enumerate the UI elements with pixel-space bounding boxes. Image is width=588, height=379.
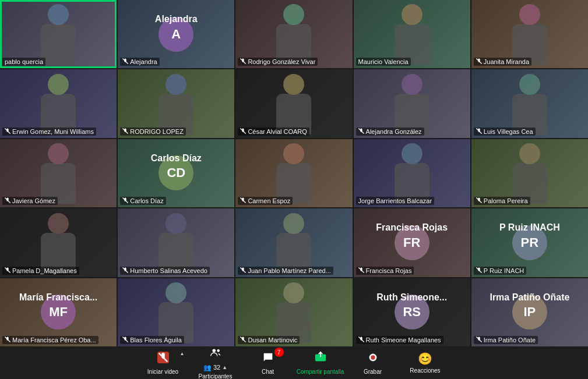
chat-button[interactable]: 7 Chat (242, 346, 294, 379)
participant-cell-22: Blas Flores Águila (118, 278, 234, 346)
participant-name-14: Jorge Barrientos Balcazar (358, 197, 432, 204)
name-tag-9: Alejandra González (356, 127, 424, 136)
participant-cell-8: César Alvial COARQ (235, 69, 352, 137)
name-tag-3: Rodrigo González Vivar (238, 58, 318, 66)
mute-icon-7 (122, 128, 128, 135)
participant-cell-23: Dusan Martinovic (235, 278, 352, 346)
participants-label: Participantes (199, 373, 233, 380)
participant-cell-16: Pamela D_Magallanes (0, 208, 117, 277)
name-tag-7: RODRIGO LOPEZ (120, 127, 186, 136)
mute-icon-9 (358, 128, 364, 135)
participant-name-10: Luis Villegas Cea (484, 128, 533, 135)
participant-cell-21: MFMaría Francisca...María Francisca Pére… (0, 278, 117, 346)
participant-cell-14: Jorge Barrientos Balcazar (354, 139, 470, 207)
participants-icon (209, 346, 222, 362)
chat-label: Chat (262, 369, 274, 375)
name-tag-1: pablo quercia (2, 58, 45, 66)
display-name-20: P Ruiz INACH (499, 223, 560, 233)
participant-cell-3: Rodrigo González Vivar (235, 0, 352, 68)
name-tag-20: P Ruiz INACH (474, 267, 526, 275)
name-tag-2: Alejandra (120, 58, 159, 66)
svg-point-24 (212, 349, 216, 352)
name-tag-12: Carlos Díaz (120, 197, 166, 205)
participant-cell-24: RSRuth Simeone...Ruth Simeone Magallanes (354, 278, 470, 346)
name-tag-24: Ruth Simeone Magallanes (356, 336, 443, 344)
mute-icon-3 (240, 58, 246, 65)
participant-name-16: Pamela D_Magallanes (12, 267, 77, 274)
mic-icon (157, 351, 170, 367)
name-tag-22: Blas Flores Águila (120, 336, 184, 344)
share-label: Compartir pantalla (297, 369, 344, 375)
mute-icon-13 (240, 197, 246, 204)
participant-name-15: Paloma Pereira (484, 197, 528, 204)
mute-icon-11 (5, 197, 10, 204)
mute-icon-5 (476, 58, 482, 65)
participant-name-4: Mauricio Valencia (358, 58, 409, 65)
name-tag-13: Carmen Espoz (238, 197, 293, 205)
participants-button[interactable]: 👥 32 ▲ Participantes (189, 346, 242, 379)
mic-label: Iniciar video (147, 369, 178, 375)
mute-icon-23 (240, 337, 246, 343)
share-screen-button[interactable]: Compartir pantalla (294, 346, 347, 379)
svg-point-28 (371, 355, 375, 359)
participant-cell-20: PRP Ruiz INACHP Ruiz INACH (471, 208, 588, 277)
participant-name-24: Ruth Simeone Magallanes (366, 337, 441, 343)
participant-cell-6: Erwin Gomez, Muni Williams (0, 69, 117, 137)
participant-name-7: RODRIGO LOPEZ (130, 128, 184, 135)
participant-cell-17: Humberto Salinas Acevedo (118, 208, 234, 277)
mute-icon-17 (122, 267, 128, 274)
participant-cell-5: Juanita Miranda (471, 0, 588, 68)
participant-name-25: Irma Patiño Oñate (484, 337, 536, 343)
mic-button[interactable]: Iniciar video ▲ (137, 346, 189, 379)
participant-name-19: Francisca Rojas (366, 267, 412, 274)
mute-icon-8 (240, 128, 246, 135)
name-tag-23: Dusan Martinovic (238, 336, 300, 344)
participant-cell-18: Juan Pablo Martínez Pared... (235, 208, 352, 277)
participant-cell-4: Mauricio Valencia (354, 0, 470, 68)
name-tag-10: Luis Villegas Cea (474, 127, 536, 136)
name-tag-6: Erwin Gomez, Muni Williams (2, 127, 96, 136)
mute-icon-25 (476, 337, 482, 343)
participant-name-3: Rodrigo González Vivar (248, 58, 315, 65)
mic-chevron[interactable]: ▲ (180, 351, 185, 356)
mute-icon-2 (122, 58, 128, 65)
participant-name-20: P Ruiz INACH (484, 267, 524, 274)
name-tag-19: Francisca Rojas (356, 267, 414, 275)
participant-name-18: Juan Pablo Martínez Pared... (248, 267, 330, 274)
participant-cell-10: Luis Villegas Cea (471, 69, 588, 137)
participant-name-2: Alejandra (130, 58, 157, 65)
participant-cell-13: Carmen Espoz (235, 139, 352, 207)
participants-count-icon: 👥 (203, 364, 212, 371)
participant-name-8: César Alvial COARQ (248, 128, 307, 135)
participant-cell-19: FRFrancisca RojasFrancisca Rojas (354, 208, 470, 277)
record-icon (367, 351, 379, 367)
name-tag-11: Javiera Gómez (2, 197, 58, 205)
participant-cell-25: IPIrma Patiño OñateIrma Patiño Oñate (471, 278, 588, 346)
participant-name-12: Carlos Díaz (130, 197, 163, 204)
participant-name-9: Alejandra González (366, 128, 422, 135)
participant-name-22: Blas Flores Águila (130, 337, 182, 343)
display-name-25: Irma Patiño Oñate (490, 292, 569, 303)
mute-icon-19 (358, 267, 364, 274)
participant-cell-11: Javiera Gómez (0, 139, 117, 207)
name-tag-14: Jorge Barrientos Balcazar (356, 197, 435, 205)
share-icon (314, 351, 327, 367)
name-tag-17: Humberto Salinas Acevedo (120, 267, 210, 275)
name-tag-4: Mauricio Valencia (356, 58, 411, 66)
display-name-19: Francisca Rojas (376, 223, 448, 233)
reactions-icon: 😊 (418, 352, 432, 366)
participant-cell-7: RODRIGO LOPEZ (118, 69, 234, 137)
name-tag-21: María Francisca Pérez Oba... (2, 336, 98, 344)
participant-name-23: Dusan Martinovic (248, 337, 297, 343)
toolbar: Iniciar video ▲ 👥 32 ▲ Participantes (0, 346, 588, 379)
display-name-24: Ruth Simeone... (376, 292, 447, 303)
participant-name-21: María Francisca Pérez Oba... (12, 337, 96, 343)
name-tag-5: Juanita Miranda (474, 58, 531, 66)
reactions-button[interactable]: 😊 Reacciones (399, 346, 452, 379)
participant-cell-12: CDCarlos DíazCarlos Díaz (118, 139, 234, 207)
chat-badge: 7 (274, 348, 284, 357)
mute-icon-22 (122, 337, 128, 343)
record-button[interactable]: Grabar (347, 346, 399, 379)
chat-icon (262, 351, 274, 367)
reactions-label: Reacciones (410, 367, 440, 374)
